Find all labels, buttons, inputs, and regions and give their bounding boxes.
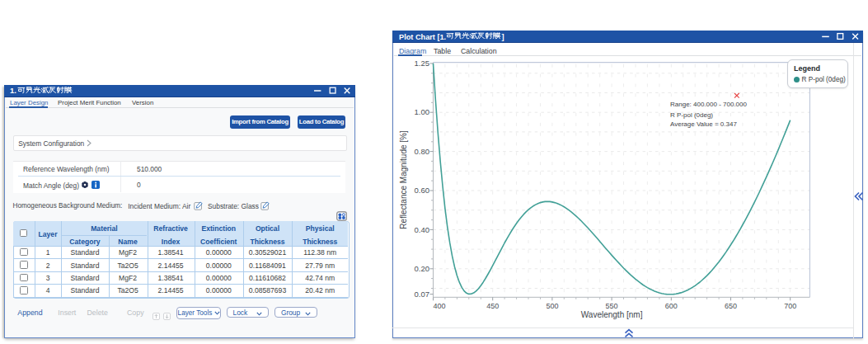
svg-text:Wavelength [nm]: Wavelength [nm] xyxy=(581,310,643,319)
svg-text:Plot Chart [1.: Plot Chart [1. xyxy=(399,33,446,41)
svg-text:1.: 1. xyxy=(10,86,16,95)
svg-text:1.00: 1.00 xyxy=(415,107,430,116)
svg-text:0.07: 0.07 xyxy=(415,290,430,299)
svg-text:0.60: 0.60 xyxy=(415,186,430,195)
svg-text:700: 700 xyxy=(784,302,796,310)
svg-text:500: 500 xyxy=(546,302,558,310)
svg-text:]: ] xyxy=(502,33,504,41)
svg-text:0.80: 0.80 xyxy=(415,147,430,156)
svg-text:0.20: 0.20 xyxy=(415,264,430,273)
svg-text:0.40: 0.40 xyxy=(415,225,430,234)
svg-text:450: 450 xyxy=(486,302,499,310)
svg-text:550: 550 xyxy=(606,302,618,310)
svg-text:400: 400 xyxy=(433,302,445,310)
svg-text:650: 650 xyxy=(725,302,737,310)
svg-text:600: 600 xyxy=(665,302,678,310)
svg-text:Reflectance Magnitude [%]: Reflectance Magnitude [%] xyxy=(399,130,408,229)
svg-text:1.25: 1.25 xyxy=(415,59,430,68)
